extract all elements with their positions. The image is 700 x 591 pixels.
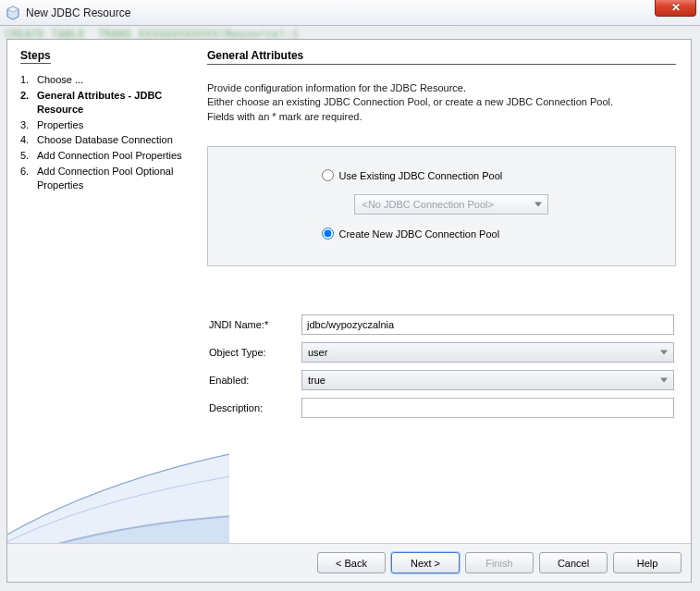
back-button[interactable]: < Back (317, 552, 386, 573)
step-label: Add Connection Pool Properties (37, 149, 187, 163)
chevron-down-icon (660, 351, 668, 355)
window-title: New JDBC Resource (26, 6, 130, 19)
step-label: Add Connection Pool Optional Properties (37, 165, 187, 192)
step-item-1: 1. Choose ... (20, 73, 187, 87)
step-num: 1. (20, 73, 37, 87)
intro-text: Provide configuration information for th… (207, 81, 676, 124)
wizard-buttonbar: < Back Next > Finish Cancel Help (7, 543, 691, 582)
wizard-dialog: Steps 1. Choose ... 2. General Attribute… (6, 39, 692, 583)
use-existing-radio[interactable] (322, 169, 334, 181)
dialog-content: Steps 1. Choose ... 2. General Attribute… (7, 40, 691, 543)
titlebar: New JDBC Resource ✕ (0, 0, 700, 26)
jndi-name-input[interactable] (301, 314, 674, 335)
next-button[interactable]: Next > (391, 552, 460, 573)
enabled-value: true (308, 375, 325, 386)
step-num: 2. (20, 89, 37, 117)
existing-pool-select: <No JDBC Connection Pool> (354, 194, 548, 215)
help-button[interactable]: Help (613, 552, 682, 573)
main-panel: General Attributes Provide configuration… (192, 40, 691, 543)
step-item-2: 2. General Attributes - JDBC Resource (20, 89, 187, 117)
step-item-4: 4. Choose Database Connection (20, 133, 187, 147)
jndi-name-label: JNDI Name:* (207, 311, 300, 339)
step-num: 5. (20, 149, 37, 163)
description-label: Description: (207, 394, 300, 422)
step-num: 3. (20, 118, 37, 132)
step-num: 4. (20, 133, 37, 147)
chevron-down-icon (534, 203, 542, 207)
object-type-label: Object Type: (207, 339, 300, 366)
step-label: Choose ... (37, 73, 187, 87)
steps-list: 1. Choose ... 2. General Attributes - JD… (20, 73, 187, 192)
step-item-5: 5. Add Connection Pool Properties (20, 149, 187, 163)
chevron-down-icon (660, 378, 668, 383)
attributes-form: JNDI Name:* Object Type: user Enabled: (207, 311, 676, 422)
close-icon: ✕ (671, 2, 681, 13)
step-label: Choose Database Connection (37, 133, 187, 147)
steps-sidebar: Steps 1. Choose ... 2. General Attribute… (7, 40, 192, 543)
object-type-value: user (308, 347, 327, 358)
step-num: 6. (20, 165, 37, 192)
use-existing-label[interactable]: Use Existing JDBC Connection Pool (339, 170, 503, 181)
steps-heading: Steps (20, 49, 51, 64)
pool-choice-panel: Use Existing JDBC Connection Pool <No JD… (207, 146, 676, 266)
page-title: General Attributes (207, 49, 676, 65)
finish-button: Finish (465, 552, 534, 573)
create-new-label[interactable]: Create New JDBC Connection Pool (339, 228, 500, 240)
close-button[interactable]: ✕ (655, 0, 696, 17)
step-label: General Attributes - JDBC Resource (37, 89, 187, 117)
object-type-select[interactable]: user (301, 342, 674, 363)
enabled-label: Enabled: (207, 366, 300, 394)
intro-line: Fields with an * mark are required. (207, 110, 676, 124)
create-new-radio[interactable] (322, 228, 334, 240)
step-item-3: 3. Properties (20, 118, 187, 132)
cancel-button[interactable]: Cancel (539, 552, 608, 573)
intro-line: Either choose an existing JDBC Connectio… (207, 95, 676, 109)
step-item-6: 6. Add Connection Pool Optional Properti… (20, 165, 187, 192)
intro-line: Provide configuration information for th… (207, 81, 676, 95)
description-input[interactable] (301, 398, 674, 418)
enabled-select[interactable]: true (301, 370, 674, 390)
pool-select-placeholder: <No JDBC Connection Pool> (362, 199, 494, 210)
step-label: Properties (37, 118, 187, 132)
app-icon (6, 6, 20, 20)
radio-row-existing[interactable]: Use Existing JDBC Connection Pool (322, 169, 562, 181)
radio-row-create[interactable]: Create New JDBC Connection Pool (322, 228, 562, 240)
